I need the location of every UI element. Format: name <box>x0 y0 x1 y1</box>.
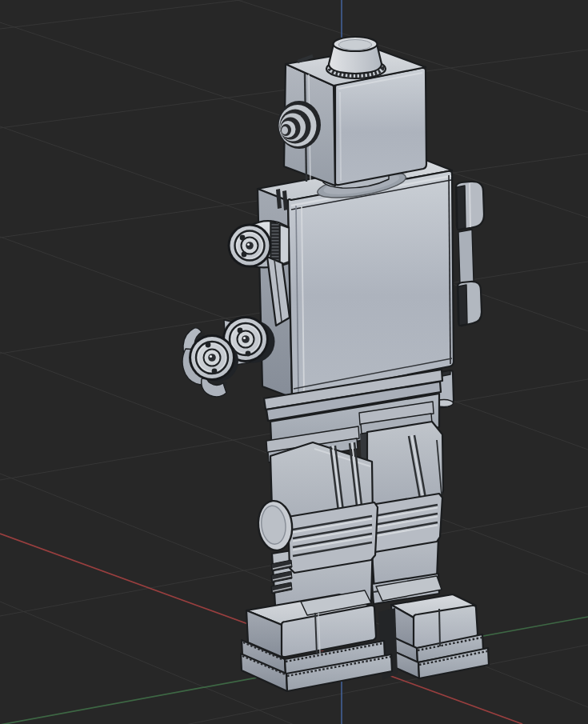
disc-bolt-hole <box>240 235 246 241</box>
antenna-knob-cap-inner <box>339 40 372 50</box>
head-back-highlight <box>340 92 341 181</box>
leg-near-vent-slats <box>271 560 292 594</box>
ear-coil-disc <box>278 101 321 149</box>
disc-bolt-hole <box>212 369 218 374</box>
disc-specular <box>243 337 246 339</box>
head-back-panel <box>335 68 426 185</box>
far-shoulder-knurl-ring <box>457 186 466 230</box>
foot-far-heel-seam <box>439 609 440 646</box>
viewport-3d[interactable] <box>0 0 588 724</box>
disc-specular <box>210 355 212 358</box>
far-shoulder-ring-highlight <box>470 183 470 227</box>
disc-center-hole <box>208 354 216 362</box>
shoulder-disc <box>228 224 272 268</box>
disc-specular <box>247 243 250 246</box>
disc-bolt-hole <box>238 328 243 334</box>
far-elbow-knurl-ring <box>458 285 467 326</box>
ear-hub <box>282 126 288 134</box>
disc-center-hole <box>242 335 250 343</box>
shoulder-ring-light <box>280 225 289 265</box>
disc-bolt-hole <box>246 351 251 357</box>
disc-bolt-hole <box>242 252 247 258</box>
wrist-disc <box>189 334 235 381</box>
robot-head <box>278 37 426 186</box>
antenna-knob <box>326 37 386 78</box>
far-arm-strap <box>458 230 474 284</box>
disc-bolt-hole <box>206 342 211 348</box>
disc-center-hole <box>246 242 254 250</box>
viewport-canvas[interactable] <box>0 0 588 724</box>
